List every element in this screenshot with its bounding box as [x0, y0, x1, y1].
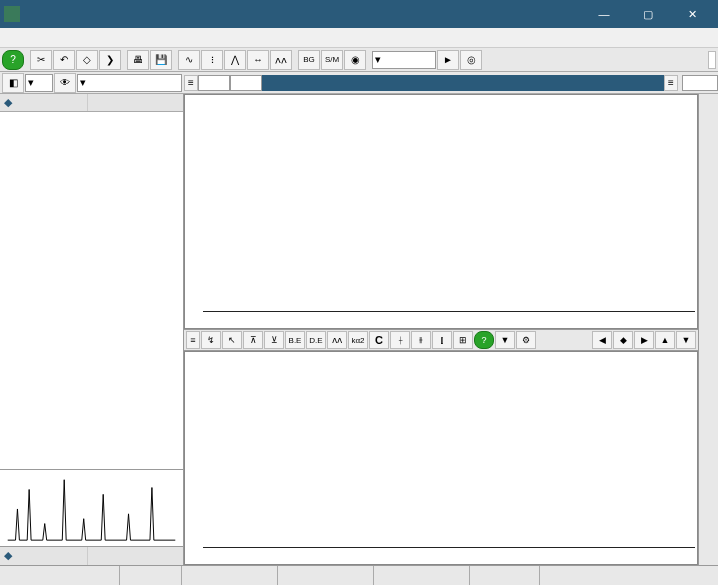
date-header-2[interactable] [88, 547, 96, 565]
help2-icon[interactable]: ? [474, 331, 494, 349]
tool-a-icon[interactable]: ⊼ [243, 331, 263, 349]
status-arrows [540, 566, 548, 585]
menu-more[interactable] [146, 36, 162, 40]
menu-identify[interactable] [66, 36, 82, 40]
menu-analyze[interactable] [50, 36, 66, 40]
zoom-icon[interactable]: ↯ [201, 331, 221, 349]
nav-right-icon[interactable]: ▶ [634, 331, 654, 349]
expand3-icon[interactable]: ≡ [186, 331, 200, 349]
print-icon[interactable]: 🖶 [127, 50, 149, 70]
tool3-icon[interactable]: ⫿ [432, 331, 452, 349]
overview-plot-icon [0, 470, 183, 546]
globe2-icon[interactable]: ◎ [460, 50, 482, 70]
tool-b-icon[interactable]: ⊻ [264, 331, 284, 349]
measured-pattern-chart[interactable] [184, 94, 698, 329]
status-intensity [374, 566, 470, 585]
menu-options[interactable] [98, 36, 114, 40]
menu-pdf[interactable] [82, 36, 98, 40]
tip-text [708, 51, 716, 69]
tool2-icon[interactable]: ⫵ [411, 331, 431, 349]
maximize-button[interactable]: ▢ [626, 0, 670, 28]
cursor-icon[interactable]: ↖ [222, 331, 242, 349]
status-d [278, 566, 374, 585]
nav-left-icon[interactable]: ◀ [592, 331, 612, 349]
sm-icon[interactable]: S/M [321, 50, 343, 70]
color-palette [698, 94, 718, 565]
range-end-input[interactable] [230, 75, 262, 91]
menu-edit[interactable] [18, 36, 34, 40]
secondary-toolbar: ◧ ▾ 👁 ▾ ≡ ≡ [0, 72, 718, 94]
file-count-header[interactable]: ◆ [0, 94, 88, 111]
pdf-number-combo[interactable]: ▾ [372, 51, 436, 69]
open-icon[interactable]: ↶ [53, 50, 75, 70]
status-two-theta [182, 566, 278, 585]
gear-icon[interactable]: ⚙ [516, 331, 536, 349]
file-row[interactable] [0, 112, 183, 114]
nav-updown-icon[interactable]: ◆ [613, 331, 633, 349]
file-count-header-2[interactable]: ◆ [0, 547, 88, 565]
file-panel: ◆ ◆ [0, 94, 184, 565]
be-icon[interactable]: B.E [285, 331, 305, 349]
nav-down-icon[interactable]: ▼ [676, 331, 696, 349]
main-toolbar: ? ✂ ↶ ◇ ❯ 🖶 💾 ∿ ⫶ ⋀ ↔ ᴧᴧ BG S/M ◉ ▾ ► ◎ [0, 48, 718, 72]
de-icon[interactable]: D.E [306, 331, 326, 349]
x-axis-ticks [203, 548, 695, 562]
go-icon[interactable]: ► [437, 50, 459, 70]
help-icon[interactable]: ? [2, 50, 24, 70]
app-icon [4, 6, 20, 22]
new-icon[interactable]: ✂ [30, 50, 52, 70]
menu-help[interactable] [130, 36, 146, 40]
tool1-icon[interactable]: ⟊ [390, 331, 410, 349]
range-start-input[interactable] [198, 75, 230, 91]
status-x-mode[interactable] [470, 566, 540, 585]
main-area: ◆ ◆ [0, 94, 718, 565]
bg-icon[interactable]: BG [298, 50, 320, 70]
folder-icon[interactable]: ❯ [99, 50, 121, 70]
file-list[interactable] [0, 112, 183, 469]
globe-icon[interactable]: ◉ [344, 50, 366, 70]
file-list-header: ◆ [0, 94, 183, 112]
menu-bar [0, 28, 718, 48]
open2-icon[interactable]: ◇ [76, 50, 98, 70]
ka2-icon[interactable]: kα2 [348, 331, 368, 349]
element-picker-icon[interactable]: ◧ [2, 73, 24, 93]
peaks2-icon[interactable]: ᴧᴧ [327, 331, 347, 349]
expand2-icon[interactable]: ≡ [664, 75, 678, 91]
nav-up-icon[interactable]: ▲ [655, 331, 675, 349]
chart-area: ≡ ↯ ↖ ⊼ ⊻ B.E D.E ᴧᴧ kα2 C ⟊ ⫵ ⫿ ⊞ ? ▼ ⚙… [184, 94, 718, 565]
peaks-icon[interactable]: ᴧᴧ [270, 50, 292, 70]
eye-icon[interactable]: 👁 [54, 73, 76, 93]
status-bar [0, 565, 718, 585]
two-theta-zero-input[interactable] [682, 75, 718, 91]
status-pattern [0, 566, 120, 585]
menu-file[interactable] [2, 36, 18, 40]
wave4-icon[interactable]: ↔ [247, 50, 269, 70]
down-icon[interactable]: ▼ [495, 331, 515, 349]
baseline [203, 311, 695, 312]
close-button[interactable]: ✕ [670, 0, 714, 28]
save-icon[interactable]: 💾 [150, 50, 172, 70]
file-combo[interactable]: ▾ [77, 74, 182, 92]
minimize-button[interactable]: — [582, 0, 626, 28]
status-peaks [120, 566, 182, 585]
grid-icon[interactable]: ⊞ [453, 331, 473, 349]
reference-pattern-chart[interactable] [184, 351, 698, 565]
chart-toolbar: ≡ ↯ ↖ ⊼ ⊻ B.E D.E ᴧᴧ kα2 C ⟊ ⫵ ⫿ ⊞ ? ▼ ⚙… [184, 329, 698, 351]
element-combo[interactable]: ▾ [25, 74, 53, 92]
overview-chart[interactable] [0, 469, 183, 547]
window-titlebar: — ▢ ✕ [0, 0, 718, 28]
scan-info [262, 75, 664, 91]
expand1-icon[interactable]: ≡ [184, 75, 198, 91]
menu-view[interactable] [114, 36, 130, 40]
wave3-icon[interactable]: ⋀ [224, 50, 246, 70]
wave2-icon[interactable]: ⫶ [201, 50, 223, 70]
wave1-icon[interactable]: ∿ [178, 50, 200, 70]
menu-filters[interactable] [34, 36, 50, 40]
c-icon[interactable]: C [369, 331, 389, 349]
file-list-header-2: ◆ [0, 547, 183, 565]
date-header[interactable] [88, 94, 183, 111]
